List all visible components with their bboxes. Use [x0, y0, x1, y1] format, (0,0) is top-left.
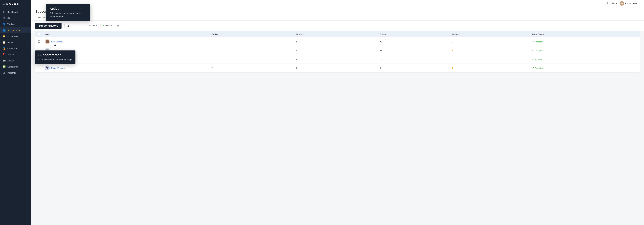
row-workers: 2 [209, 46, 294, 55]
sidebar-nav: ⊞ Dashboard ◎ Sites 👤 Workers 👥 Subcontr… [0, 8, 31, 225]
invite-status-label: Accepted [535, 49, 543, 52]
status-check-icon: ✔ [102, 25, 104, 27]
sidebar-label-workers: Workers [8, 23, 15, 25]
user-name: Robin Stewart [625, 2, 638, 5]
accepted-icon: ✔ [532, 67, 534, 69]
table-header-row: Name Workers Projects Forms Actions Invi… [35, 31, 640, 37]
tab-dashboard-label: Dashboard [38, 17, 48, 19]
accepted-icon: ✔ [532, 49, 534, 52]
col-actions: Actions [450, 31, 530, 37]
row-name-cell: 🦅 Eagle Windows [42, 64, 209, 72]
sidebar-item-certificates[interactable]: 🏅 Certificates [0, 45, 31, 52]
site-filter-label: Site [92, 25, 95, 27]
toolbar-title: Subcontractors [35, 23, 62, 29]
dashboard-icon: ⊞ [3, 11, 6, 13]
hamburger-icon[interactable]: ☰ [2, 2, 5, 6]
sidebar-logo: ☰ SALUS [0, 0, 31, 8]
row-checkbox-cell [35, 55, 42, 64]
sidebar-item-forms[interactable]: 📋 Forms [0, 39, 31, 45]
row-forms: 18 [378, 55, 450, 64]
sidebar-item-incidents[interactable]: ⚠ Incidents [0, 70, 31, 76]
sidebar-item-subcontractors[interactable]: 👥 Subcontractors [0, 27, 31, 33]
status-filter[interactable]: ✔ Status ▾ [100, 24, 114, 28]
sidebar-label-assets: Assets [8, 60, 14, 62]
company-logo: 🏢 [45, 57, 50, 62]
tab-active[interactable]: Active [52, 15, 64, 21]
row-checkbox[interactable] [38, 49, 40, 51]
row-forms: 8 [378, 64, 450, 72]
sidebar-item-compliance[interactable]: ✅ Compliance [0, 64, 31, 70]
status-filter-label: Status [105, 25, 110, 27]
row-invite-status: ✔ Accepted [530, 46, 640, 55]
col-projects: Projects [294, 31, 378, 37]
app-logo: SALUS [6, 2, 19, 6]
col-checkbox [35, 31, 42, 37]
row-invite-status: ✔ Accepted [530, 55, 640, 64]
site-filter[interactable]: ⚙ Site ▾ [87, 24, 99, 28]
row-actions: 1 [450, 46, 530, 55]
company-cell: 🐻 Bear Security [45, 39, 207, 44]
table-row: 🏢 2 2 22 1 ✔ Accepted [35, 46, 640, 55]
invite-status-label: Accepted [535, 58, 543, 60]
col-workers: Workers [209, 31, 294, 37]
tabs: Dashboard Active Invitations [35, 15, 640, 21]
row-forms: 22 [378, 46, 450, 55]
site-chevron-icon: ▾ [96, 25, 97, 27]
row-actions: 0 [450, 55, 530, 64]
page-header: Subcontractors Dashboard Active Invitati… [31, 7, 644, 21]
sidebar-label-forms: Forms [8, 41, 13, 44]
invite-status-label: Accepted [535, 41, 543, 43]
inbox-label: Inbox [610, 2, 616, 5]
sidebar-item-sites[interactable]: ◎ Sites [0, 15, 31, 21]
certificates-icon: 🏅 [3, 47, 6, 50]
help-icon[interactable]: ? [607, 2, 608, 5]
row-checkbox[interactable] [38, 67, 40, 69]
toolbar: Subcontractors ⚙ Site ▾ ✔ Status ▾ ↻ ≡ [31, 21, 644, 31]
select-all-checkbox[interactable] [38, 33, 40, 35]
company-logo: 🏢 [45, 48, 50, 53]
incidents-icon: ⚠ [3, 71, 6, 74]
tab-dashboard[interactable]: Dashboard [35, 15, 52, 21]
avatar: RS [620, 1, 624, 6]
row-workers: 7 [209, 64, 294, 72]
subcontractors-icon: 👥 [3, 29, 6, 32]
sidebar-item-workers[interactable]: 👤 Workers [0, 21, 31, 27]
col-name: Name [42, 31, 209, 37]
row-name-cell: 🏢 [42, 46, 209, 55]
refresh-button[interactable]: ↻ [116, 24, 120, 28]
row-projects: 1 [294, 64, 378, 72]
accepted-icon: ✔ [532, 40, 534, 43]
inbox-button[interactable]: Inbox ▾ [610, 2, 617, 5]
company-link[interactable]: Bear Security [51, 41, 63, 43]
user-menu[interactable]: RS Robin Stewart ▾ [620, 1, 640, 6]
sidebar-item-assets[interactable]: 🚛 Assets [0, 58, 31, 64]
user-chevron-icon: ▾ [640, 2, 640, 5]
table-container: Name Workers Projects Forms Actions Invi… [31, 31, 644, 76]
forms-icon: 📋 [3, 41, 6, 44]
row-checkbox[interactable] [38, 58, 40, 60]
subcontractors-table: Name Workers Projects Forms Actions Invi… [35, 31, 640, 72]
company-link[interactable]: Eagle Windows [51, 67, 65, 69]
company-logo: 🐻 [45, 39, 50, 44]
row-projects: 1 [294, 37, 378, 46]
row-checkbox-cell [35, 64, 42, 72]
invite-status: ✔ Accepted [532, 58, 638, 61]
sidebar-label-certificates: Certificates [8, 47, 18, 50]
row-checkbox[interactable] [38, 40, 40, 43]
row-projects: 2 [294, 46, 378, 55]
documents-icon: 📁 [3, 35, 6, 38]
search-input[interactable] [64, 24, 85, 28]
sidebar-item-documents[interactable]: 📁 Documents [0, 33, 31, 39]
sidebar-item-actions[interactable]: 🚩 Actions [0, 52, 31, 58]
sidebar-item-dashboard[interactable]: ⊞ Dashboard [0, 9, 31, 15]
accepted-icon: ✔ [532, 58, 534, 61]
row-invite-status: ✔ Accepted [530, 37, 640, 46]
main-content: ? Inbox ▾ RS Robin Stewart ▾ Subcontract… [31, 0, 644, 225]
workers-icon: 👤 [3, 23, 6, 26]
row-actions: 3 [450, 37, 530, 46]
row-checkbox-cell [35, 46, 42, 55]
table-row: 🐻 Bear Security 5 1 76 3 ✔ Accepted [35, 37, 640, 46]
columns-button[interactable]: ≡ [121, 24, 124, 28]
tab-invitations[interactable]: Invitations [64, 15, 79, 21]
row-name-cell: 🏢 [42, 55, 209, 64]
